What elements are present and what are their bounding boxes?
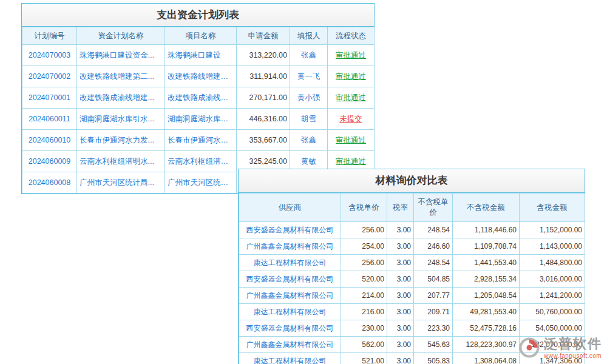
cell-price_tax: 520.00 bbox=[341, 271, 387, 288]
cell-project[interactable]: 广州市天河区统计... bbox=[165, 172, 237, 194]
cell-status[interactable]: 未提交 bbox=[328, 109, 375, 130]
cell-id[interactable]: 2024060009 bbox=[22, 151, 77, 172]
cell-amount_notax: 1,118,446.60 bbox=[453, 222, 520, 238]
cell-project[interactable]: 改建铁路成渝线增... bbox=[165, 87, 237, 109]
cell-amount_notax: 1,441,553.40 bbox=[453, 255, 520, 271]
fanpu-logo-icon bbox=[518, 337, 540, 359]
cell-id[interactable]: 2024060008 bbox=[22, 172, 77, 194]
cell-project[interactable]: 湖南洞庭湖水库引... bbox=[165, 109, 237, 130]
cell-plan[interactable]: 广州市天河区统计局... bbox=[77, 172, 165, 194]
cell-amount: 353,667.00 bbox=[237, 130, 290, 151]
cell-supplier[interactable]: 广州鑫鑫金属材料有限公司 bbox=[239, 238, 341, 255]
cell-amount_tax: 1,241,200.00 bbox=[520, 288, 585, 304]
material-quote-compare-panel: 材料询价对比表 供应商含税单价税率不含税单价不含税金额含税金额西安盛器金属材料有… bbox=[238, 169, 585, 364]
cell-price_tax: 256.00 bbox=[341, 255, 387, 271]
cell-price_tax: 214.00 bbox=[341, 288, 387, 304]
cell-id[interactable]: 2024060011 bbox=[22, 109, 77, 130]
cell-status[interactable]: 审批通过 bbox=[328, 87, 375, 109]
cell-id[interactable]: 2024060010 bbox=[22, 130, 77, 151]
col-header-project: 项目名称 bbox=[165, 27, 237, 45]
cell-person[interactable]: 黄小强 bbox=[290, 87, 328, 109]
table-row: 广州鑫鑫金属材料有限公司214.003.00207.771,205,048.54… bbox=[239, 288, 585, 304]
table-row: 广州鑫鑫金属材料有限公司254.003.00246.601,109,708.74… bbox=[239, 238, 585, 255]
cell-amount_tax: 50,760,000.00 bbox=[520, 304, 585, 320]
col-header-rate: 税率 bbox=[387, 194, 414, 222]
col-header-amount: 申请金额 bbox=[237, 27, 290, 45]
cell-rate: 3.00 bbox=[387, 288, 414, 304]
col-header-plan: 资金计划名称 bbox=[77, 27, 165, 45]
cell-id[interactable]: 2024070003 bbox=[22, 45, 77, 66]
cell-supplier[interactable]: 西安盛器金属材料有限公司 bbox=[239, 320, 341, 337]
cell-rate: 3.00 bbox=[387, 222, 414, 238]
cell-price_tax: 562.00 bbox=[341, 337, 387, 353]
table-row: 西安盛器金属材料有限公司520.003.00504.852,928,155.34… bbox=[239, 271, 585, 288]
cell-person[interactable]: 张鑫 bbox=[290, 130, 328, 151]
col-header-person: 填报人 bbox=[290, 27, 328, 45]
header-row: 计划编号资金计划名称项目名称申请金额填报人流程状态 bbox=[22, 27, 375, 45]
cell-amount_tax: 54,050,000.00 bbox=[520, 320, 585, 337]
watermark-brand: 泛普软件 bbox=[544, 337, 602, 351]
header-row: 供应商含税单价税率不含税单价不含税金额含税金额 bbox=[239, 194, 585, 222]
table-row: 2024070003珠海鹤港口建设资金...珠海鹤港口建设313,220.00张… bbox=[22, 45, 375, 66]
table-row: 2024060010长春市伊通河水力发...长春市伊通河水力...353,667… bbox=[22, 130, 375, 151]
cell-amount_tax: 1,484,800.00 bbox=[520, 255, 585, 271]
cell-supplier[interactable]: 西安盛器金属材料有限公司 bbox=[239, 271, 341, 288]
cell-amount: 270,171.00 bbox=[237, 87, 290, 109]
cell-price_notax: 223.30 bbox=[414, 320, 453, 337]
cell-person[interactable]: 黄一飞 bbox=[290, 66, 328, 87]
cell-amount_notax: 2,928,155.34 bbox=[453, 271, 520, 288]
table-row: 康达工程材料有限公司216.003.00209.7149,281,553.405… bbox=[239, 304, 585, 320]
cell-status[interactable]: 审批通过 bbox=[328, 130, 375, 151]
cell-plan[interactable]: 改建铁路线增建第二... bbox=[77, 66, 165, 87]
cell-amount_notax: 1,205,048.54 bbox=[453, 288, 520, 304]
cell-status[interactable]: 审批通过 bbox=[328, 45, 375, 66]
expense-fund-plan-title: 支出资金计划列表 bbox=[22, 4, 374, 27]
table-row: 2024060011湖南洞庭湖水库引水...湖南洞庭湖水库引...446,316… bbox=[22, 109, 375, 130]
cell-project[interactable]: 云南水利枢纽潜明... bbox=[165, 151, 237, 172]
cell-amount_notax: 128,223,300.97 bbox=[453, 337, 520, 353]
cell-price_notax: 504.85 bbox=[414, 271, 453, 288]
cell-rate: 3.00 bbox=[387, 255, 414, 271]
cell-rate: 3.00 bbox=[387, 353, 414, 364]
cell-amount: 311,914.00 bbox=[237, 66, 290, 87]
cell-amount_notax: 49,281,553.40 bbox=[453, 304, 520, 320]
cell-price_notax: 545.63 bbox=[414, 337, 453, 353]
cell-supplier[interactable]: 康达工程材料有限公司 bbox=[239, 304, 341, 320]
cell-plan[interactable]: 珠海鹤港口建设资金... bbox=[77, 45, 165, 66]
cell-project[interactable]: 珠海鹤港口建设 bbox=[165, 45, 237, 66]
table-row: 西安盛器金属材料有限公司256.003.00248.541,118,446.60… bbox=[239, 222, 585, 238]
cell-amount_notax: 1,109,708.74 bbox=[453, 238, 520, 255]
cell-id[interactable]: 2024070001 bbox=[22, 87, 77, 109]
cell-price_tax: 230.00 bbox=[341, 320, 387, 337]
cell-price_notax: 248.54 bbox=[414, 255, 453, 271]
table-row: 西安盛器金属材料有限公司230.003.00223.3052,475,728.1… bbox=[239, 320, 585, 337]
table-row: 康达工程材料有限公司256.003.00248.541,441,553.401,… bbox=[239, 255, 585, 271]
cell-amount_notax: 1,308,064.08 bbox=[453, 353, 520, 364]
cell-plan[interactable]: 长春市伊通河水力发... bbox=[77, 130, 165, 151]
cell-person[interactable]: 张鑫 bbox=[290, 45, 328, 66]
cell-supplier[interactable]: 康达工程材料有限公司 bbox=[239, 353, 341, 364]
cell-project[interactable]: 改建铁路线增建第... bbox=[165, 66, 237, 87]
cell-id[interactable]: 2024070002 bbox=[22, 66, 77, 87]
cell-plan[interactable]: 湖南洞庭湖水库引水... bbox=[77, 109, 165, 130]
cell-amount_tax: 3,016,000.00 bbox=[520, 271, 585, 288]
watermark-text: 泛普软件 www.fanpusoft.com bbox=[544, 337, 602, 359]
col-header-price_tax: 含税单价 bbox=[341, 194, 387, 222]
cell-status[interactable]: 审批通过 bbox=[328, 66, 375, 87]
cell-supplier[interactable]: 康达工程材料有限公司 bbox=[239, 255, 341, 271]
cell-supplier[interactable]: 西安盛器金属材料有限公司 bbox=[239, 222, 341, 238]
cell-amount_tax: 1,143,000.00 bbox=[520, 238, 585, 255]
cell-rate: 3.00 bbox=[387, 271, 414, 288]
cell-supplier[interactable]: 广州鑫鑫金属材料有限公司 bbox=[239, 288, 341, 304]
vendor-watermark: 泛普软件 www.fanpusoft.com bbox=[518, 337, 602, 359]
cell-amount: 313,220.00 bbox=[237, 45, 290, 66]
cell-project[interactable]: 长春市伊通河水力... bbox=[165, 130, 237, 151]
cell-person[interactable]: 胡雪 bbox=[290, 109, 328, 130]
expense-fund-plan-panel: 支出资金计划列表 计划编号资金计划名称项目名称申请金额填报人流程状态202407… bbox=[21, 3, 375, 194]
cell-supplier[interactable]: 广州鑫鑫金属材料有限公司 bbox=[239, 337, 341, 353]
cell-plan[interactable]: 改建铁路成渝线增建... bbox=[77, 87, 165, 109]
cell-rate: 3.00 bbox=[387, 320, 414, 337]
cell-plan[interactable]: 云南水利枢纽潜明水... bbox=[77, 151, 165, 172]
cell-price_tax: 256.00 bbox=[341, 222, 387, 238]
cell-price_tax: 254.00 bbox=[341, 238, 387, 255]
